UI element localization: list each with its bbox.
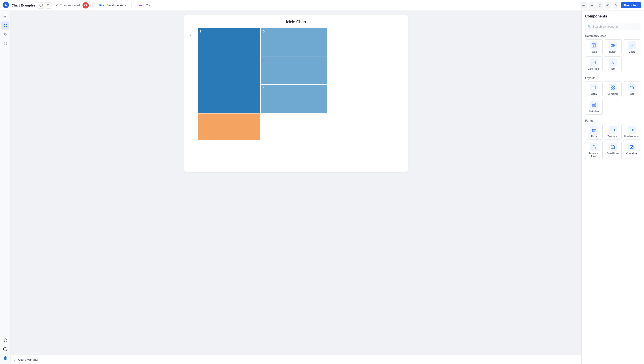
sidebar-item-components[interactable] bbox=[1, 22, 10, 30]
sidebar-item-settings[interactable] bbox=[1, 39, 10, 48]
date-picker-icon bbox=[590, 58, 598, 67]
sidebar-item-support[interactable]: 🎧 bbox=[1, 336, 10, 344]
node-e[interactable] bbox=[261, 56, 327, 84]
component-modal[interactable]: Modal bbox=[585, 81, 603, 97]
svg-rect-30 bbox=[611, 88, 612, 89]
redo-button[interactable]: ↪ bbox=[588, 2, 595, 9]
svg-rect-38 bbox=[592, 129, 596, 130]
chart-icon bbox=[628, 41, 636, 50]
node-f-label: F bbox=[262, 87, 264, 90]
history-icon-btn[interactable]: ⊡ bbox=[45, 2, 52, 9]
tabs-label: Tabs bbox=[629, 92, 634, 95]
chat-icon-btn[interactable]: 💬 bbox=[38, 2, 44, 9]
node-d[interactable] bbox=[261, 28, 327, 56]
component-checkbox[interactable]: Checkbox bbox=[623, 141, 640, 159]
svg-point-8 bbox=[5, 43, 6, 44]
search-icon: 🔍 bbox=[588, 25, 591, 28]
right-panel: Components 🔍 Commonly Used Table bbox=[582, 11, 644, 364]
divider-1 bbox=[92, 3, 92, 8]
component-number-input[interactable]: 1 Number Input bbox=[623, 124, 640, 140]
svg-rect-18 bbox=[592, 61, 596, 64]
search-container: 🔍 bbox=[585, 23, 640, 30]
save-status: ✓ Changes saved bbox=[56, 4, 80, 7]
date-picker2-icon bbox=[609, 143, 617, 151]
svg-rect-31 bbox=[613, 88, 614, 89]
button-icon bbox=[609, 41, 617, 50]
chart-title: Icicle Chart bbox=[189, 20, 404, 24]
text-icon: A bbox=[609, 58, 617, 67]
sync-button[interactable]: ↻ bbox=[613, 2, 619, 9]
main-layout: 🎧 💬 👤 Icicle Chart B B D bbox=[0, 11, 644, 364]
svg-text:A: A bbox=[611, 61, 614, 65]
date-picker2-label: Date Picker bbox=[606, 152, 619, 155]
component-date-picker[interactable]: Date Picker bbox=[585, 56, 603, 72]
undo-button[interactable]: ↩ bbox=[580, 2, 587, 9]
container-label: Container bbox=[608, 92, 618, 95]
tabs-icon bbox=[628, 84, 636, 92]
query-manager-label: Query Manager bbox=[18, 358, 38, 361]
node-d-label: D bbox=[262, 30, 264, 33]
topbar-right: ↩ ↪ ⬡ 👁 ↻ Promote » bbox=[580, 2, 641, 9]
node-f[interactable] bbox=[261, 85, 327, 113]
password-input-label: Password Input bbox=[586, 152, 602, 157]
number-input-label: Number Input bbox=[624, 135, 639, 138]
svg-rect-37 bbox=[592, 106, 596, 107]
checkbox-label: Checkbox bbox=[626, 152, 637, 155]
component-list-view[interactable]: List View bbox=[585, 99, 603, 115]
text-input-icon bbox=[609, 126, 617, 134]
svg-rect-33 bbox=[630, 86, 631, 87]
text-label: Text bbox=[610, 67, 615, 70]
sidebar-item-chat[interactable]: 💬 bbox=[1, 345, 10, 353]
version-selector[interactable]: ver v2 ▾ bbox=[135, 3, 152, 8]
svg-rect-9 bbox=[592, 44, 596, 47]
svg-rect-28 bbox=[611, 86, 612, 87]
component-date-picker2[interactable]: Date Picker bbox=[604, 141, 622, 159]
component-button[interactable]: Button bbox=[604, 39, 622, 55]
svg-point-7 bbox=[5, 25, 6, 26]
component-password-input[interactable]: Password Input bbox=[585, 141, 603, 159]
component-table[interactable]: Table bbox=[585, 39, 603, 55]
canvas-frame: Icicle Chart B B D E bbox=[184, 15, 408, 172]
checkbox-icon bbox=[628, 143, 636, 151]
svg-rect-29 bbox=[613, 86, 614, 87]
svg-rect-36 bbox=[592, 105, 596, 105]
panel-scroll: Commonly Used Table Button bbox=[582, 32, 644, 364]
section-commonly-used: Commonly Used Table Button bbox=[582, 32, 644, 72]
promote-button[interactable]: Promote » bbox=[621, 2, 641, 8]
icicle-chart: B D E F C bbox=[198, 28, 404, 143]
layouts-grid-2: List View bbox=[585, 99, 640, 115]
sidebar-item-inspect[interactable] bbox=[1, 31, 10, 39]
env-value: Development bbox=[106, 4, 124, 7]
share-button[interactable]: ⬡ bbox=[596, 2, 603, 9]
component-tabs[interactable]: Tabs bbox=[623, 81, 640, 97]
list-view-icon bbox=[590, 101, 598, 109]
node-c[interactable] bbox=[198, 113, 260, 140]
icicle-svg: B D E F C bbox=[198, 28, 327, 142]
section-layouts: Layouts Modal Container bbox=[582, 74, 644, 115]
sidebar-item-user[interactable]: 👤 bbox=[1, 354, 10, 362]
chevron-down-icon: ▾ bbox=[125, 4, 126, 7]
preview-button[interactable]: 👁 bbox=[605, 2, 611, 9]
svg-point-16 bbox=[613, 45, 614, 46]
table-icon bbox=[590, 41, 598, 50]
save-icon: ✓ bbox=[56, 4, 58, 7]
avatar: KR bbox=[82, 2, 89, 9]
layouts-grid: Modal Container Tabs bbox=[585, 81, 640, 97]
env-label: Env bbox=[98, 4, 105, 7]
component-form[interactable]: Form bbox=[585, 124, 603, 140]
sidebar-item-pages[interactable] bbox=[1, 13, 10, 21]
search-input[interactable] bbox=[585, 23, 640, 30]
section-forms: Forms Form Text Input bbox=[582, 116, 644, 159]
component-text-input[interactable]: Text Input bbox=[604, 124, 622, 140]
form-label: Form bbox=[591, 135, 597, 138]
component-container[interactable]: Container bbox=[604, 81, 622, 97]
forms-grid: Form Text Input 1 Number Inpu bbox=[585, 124, 640, 159]
node-b[interactable] bbox=[198, 28, 260, 113]
component-chart[interactable]: Chart bbox=[623, 39, 640, 55]
env-selector[interactable]: Env Development ▾ bbox=[96, 3, 128, 8]
text-input-label: Text Input bbox=[608, 135, 618, 138]
expand-icon[interactable]: ⤢ bbox=[14, 357, 16, 362]
component-text[interactable]: A Text bbox=[604, 56, 622, 72]
container-icon bbox=[609, 84, 617, 92]
svg-point-51 bbox=[594, 147, 594, 148]
